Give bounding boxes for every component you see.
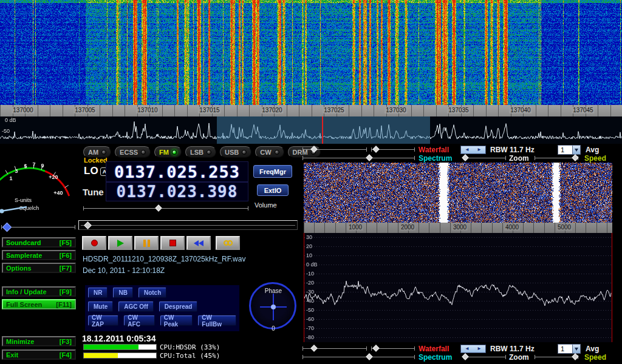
notch-button[interactable]: Notch [138,288,166,298]
lo-frequency-display[interactable]: 0137.025.253 [106,161,248,182]
cw-afc-button[interactable]: CW AFC [124,315,154,326]
mute-button[interactable]: Mute [88,302,113,312]
freqmgr-button[interactable]: FreqMgr [253,165,292,178]
pause-button[interactable] [134,236,159,250]
avg-select[interactable]: 1 [558,145,581,155]
play-button[interactable] [108,236,132,250]
options-button[interactable]: Options [F7] [2,263,76,273]
audio-waterfall-display[interactable] [304,163,612,223]
ruler-tick-label: 137030 [384,107,407,113]
mode-usb-button[interactable]: USB [220,146,251,158]
volume-slider[interactable] [83,204,248,212]
avg-select-bottom[interactable]: 1 [558,344,581,354]
zoom-slider-bottom[interactable] [463,353,506,361]
main-spectrum-display[interactable]: 0 dB -50 [0,116,622,144]
agc-button[interactable]: AGC Off [118,302,153,312]
extio-button[interactable]: ExtIO [257,184,289,196]
soundcard-button[interactable]: Soundcard [F5] [2,237,76,248]
info-update-button-key: [F9] [60,288,72,295]
slider-thumb[interactable] [310,345,317,351]
db-scale-label: -60 [306,315,314,324]
cpu-total-text: CPU:Total (45%) [160,352,220,360]
nb-button[interactable]: NB [113,288,132,298]
cw-peak-button[interactable]: CW Peak [160,315,193,326]
mode-button-row: AM ECSS FM LSB USB CW DRM [83,146,321,158]
datetime-display: 18.12.2011 0:05:34 [82,334,156,343]
cw-zap-button[interactable]: CW ZAP [88,315,118,326]
ruler-tick-label: 137025 [323,107,345,113]
audio-frequency-ruler[interactable]: 1000 2000 3000 4000 5000 [304,223,612,233]
slider-thumb[interactable] [366,353,372,360]
slider-thumb[interactable] [372,146,379,152]
slider-thumb[interactable] [155,204,162,211]
spectrum-range-slider-bottom[interactable] [302,353,415,361]
shift-right-icon[interactable]: ► [477,346,482,351]
db-scale-label: -70 [306,324,314,333]
main-waterfall-display[interactable] [0,0,622,105]
fullscreen-button[interactable]: Full Screen [F11] [2,299,76,309]
squelch-slider[interactable] [1,223,75,231]
rewind-button[interactable] [186,236,211,250]
cpu-hdsdr-bar [83,344,157,350]
waterfall-contrast-slider-bottom[interactable] [371,345,415,352]
record-button[interactable] [82,236,106,250]
cpu-hdsdr-text: CPU:HDSDR (33%) [160,343,220,351]
mode-cw-led-icon [275,150,279,155]
exit-button[interactable]: Exit [F4] [2,349,76,360]
despread-button[interactable]: Despread [159,302,198,312]
s-units-label: S-units [15,197,32,203]
waterfall-shift-arrows[interactable]: ◄ ► [460,146,486,154]
slider-thumb[interactable] [372,345,379,351]
waterfall-brightness-slider[interactable] [302,146,367,153]
mode-ecss-button[interactable]: ECSS [115,146,151,158]
cw-fullbw-button[interactable]: CW FullBw [198,315,236,326]
shift-left-icon[interactable]: ◄ [465,147,470,152]
slider-track [302,158,415,158]
mode-lsb-button[interactable]: LSB [185,146,216,158]
slider-track [83,208,248,209]
mode-fm-button[interactable]: FM [154,146,182,158]
samplerate-button-key: [F6] [60,252,72,259]
samplerate-button[interactable]: Samplerate [F6] [2,250,76,260]
info-update-button[interactable]: Info / Update [F9] [2,286,76,297]
speed-slider-bottom[interactable] [535,353,578,361]
shift-left-icon[interactable]: ◄ [465,346,470,351]
mode-am-led-icon [101,150,106,155]
db-scale-label: -10 [306,269,314,278]
zoom-slider[interactable] [463,154,506,162]
tune-frequency-line [322,116,323,144]
speed-slider[interactable] [535,154,578,162]
tuning-bar[interactable] [78,220,298,230]
right-bottom-control-bar: Waterfall ◄ ► RBW 11.7 Hz 1 Avg Spectrum… [301,344,622,362]
main-frequency-ruler[interactable]: 137000 137005 137010 137015 137020 13702… [0,105,622,116]
phase-indicator[interactable]: Phase 0 [248,280,299,333]
waterfall-contrast-slider[interactable] [371,146,415,153]
nr-button[interactable]: NR [88,288,108,298]
stop-button[interactable] [160,236,185,250]
slider-thumb[interactable] [84,221,92,229]
mode-usb-label: USB [225,149,239,156]
chevron-down-icon[interactable] [572,345,580,353]
slider-thumb[interactable] [2,223,12,232]
ruler-tick-label: 137020 [261,107,283,113]
audio-spectrum-display[interactable]: 30 20 10 0 dB -10 -20 -30 -40 -50 -60 -7… [304,233,612,342]
loop-button[interactable] [216,236,240,250]
shift-right-icon[interactable]: ► [477,147,482,152]
spectrum-range-slider[interactable] [302,154,415,162]
slider-thumb[interactable] [366,154,372,161]
db-scale-label: 30 [306,233,312,242]
waterfall-shift-arrows-bottom[interactable]: ◄ ► [460,345,486,353]
exit-button-label: Exit [6,351,18,359]
zoom-label: Zoom [509,154,529,163]
tune-frequency-display[interactable]: 0137.023.398 [106,182,248,201]
mode-usb-led-icon [242,150,247,155]
chevron-down-icon[interactable] [572,146,580,154]
soundcard-button-key: [F5] [60,239,72,246]
passband-highlight[interactable] [217,116,430,144]
minimize-button[interactable]: Minimize [F3] [2,336,76,346]
ruler-tick-label: 137000 [12,107,34,113]
slider-thumb[interactable] [310,146,317,152]
db-scale-label: 0 dB [306,260,318,269]
mode-cw-button[interactable]: CW [255,146,284,158]
waterfall-brightness-slider-bottom[interactable] [302,345,367,352]
